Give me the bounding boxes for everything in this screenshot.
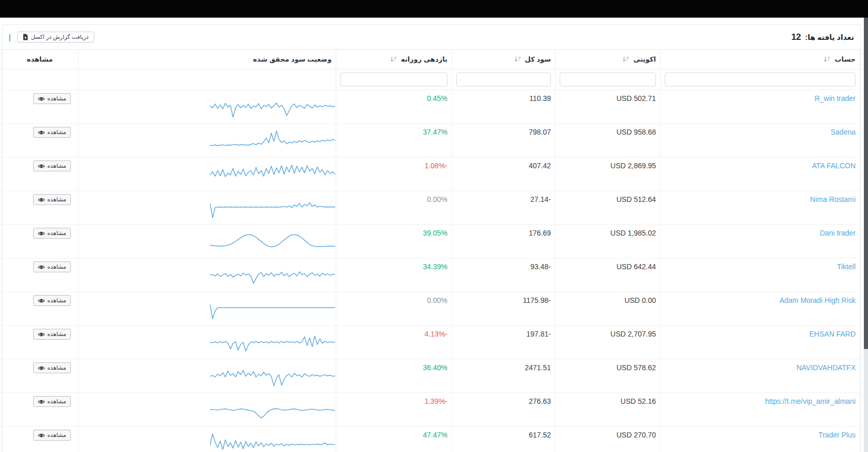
equity-cell: USD 1,985.02 bbox=[556, 225, 661, 258]
realized-profit-status-cell bbox=[79, 359, 336, 393]
daily-return-cell: 37.47% bbox=[336, 124, 452, 157]
equity-cell: USD 578.62 bbox=[556, 359, 661, 393]
view-cell: مشاهده bbox=[2, 124, 79, 157]
sparkline-chart bbox=[210, 196, 335, 220]
sparkline-chart bbox=[210, 229, 335, 253]
sparkline-chart bbox=[210, 330, 335, 354]
account-cell: NAVIDVAHDATFX bbox=[661, 359, 860, 393]
column-header-realized_profit_status: وضعیت سود محقق شده bbox=[79, 50, 336, 69]
view-button[interactable]: مشاهده bbox=[33, 396, 71, 407]
account-link[interactable]: ATA FALCON bbox=[812, 162, 856, 170]
account-cell: Sadena bbox=[661, 124, 860, 157]
column-label: مشاهده bbox=[27, 55, 53, 63]
view-button[interactable]: مشاهده bbox=[33, 127, 71, 138]
view-button[interactable]: مشاهده bbox=[33, 362, 71, 373]
top-black-bar bbox=[0, 0, 868, 18]
view-button[interactable]: مشاهده bbox=[33, 161, 71, 171]
daily-return-value: 4.13%- bbox=[425, 330, 447, 338]
account-link[interactable]: R_win trader bbox=[815, 94, 856, 103]
daily-return-value: 39.05% bbox=[423, 229, 447, 237]
filter-cell-daily_return bbox=[336, 69, 452, 90]
view-cell: مشاهده bbox=[2, 225, 79, 258]
view-cell: مشاهده bbox=[2, 258, 79, 292]
filter-cell-realized_profit_status bbox=[79, 69, 336, 90]
eye-icon bbox=[38, 130, 45, 135]
eye-icon bbox=[38, 197, 45, 202]
equity-value: USD 2,869.95 bbox=[610, 162, 656, 170]
daily-return-value: 47.47% bbox=[423, 431, 447, 439]
daily-return-value: 0.00% bbox=[427, 195, 447, 203]
filter-cell-equity bbox=[556, 69, 661, 90]
view-button[interactable]: مشاهده bbox=[33, 295, 71, 306]
view-button[interactable]: مشاهده bbox=[33, 194, 71, 205]
account-link[interactable]: Dani trader bbox=[820, 229, 856, 237]
account-link[interactable]: Nima Rostami bbox=[810, 195, 856, 203]
equity-cell: USD 0.00 bbox=[556, 292, 661, 326]
view-button[interactable]: مشاهده bbox=[33, 430, 71, 441]
filter-input-daily_return[interactable] bbox=[340, 72, 447, 86]
view-cell: مشاهده bbox=[2, 393, 79, 427]
page: { "toolbar": { "results_label": "تعداد ی… bbox=[0, 0, 868, 452]
view-button-label: مشاهده bbox=[48, 230, 66, 237]
account-link[interactable]: Adam Moradi High Risk bbox=[780, 296, 856, 304]
total-profit-value: 197.81- bbox=[527, 330, 551, 338]
results-label: تعداد یافته ها: bbox=[805, 33, 854, 41]
daily-return-cell: 0.00% bbox=[336, 292, 452, 326]
filter-input-account[interactable] bbox=[665, 72, 856, 86]
realized-profit-status-cell bbox=[79, 326, 336, 359]
realized-profit-status-cell bbox=[79, 90, 336, 124]
equity-value: USD 502.71 bbox=[617, 94, 656, 103]
view-button-label: مشاهده bbox=[48, 364, 66, 371]
eye-icon bbox=[38, 231, 45, 236]
view-button-label: مشاهده bbox=[48, 398, 66, 405]
account-link[interactable]: NAVIDVAHDATFX bbox=[797, 363, 856, 372]
account-link[interactable]: Tiktell bbox=[837, 263, 856, 271]
view-cell: مشاهده bbox=[2, 427, 79, 452]
equity-cell: USD 958.68 bbox=[556, 124, 661, 157]
total-profit-cell: 276.63 bbox=[452, 393, 556, 427]
daily-return-cell: 4.13%- bbox=[336, 326, 452, 359]
daily-return-cell: 0.00% bbox=[336, 191, 452, 225]
results-card: تعداد یافته ها: 12 دریافت گزارش در اکسل … bbox=[2, 24, 861, 452]
column-header-account[interactable]: حساب bbox=[661, 50, 860, 69]
total-profit-value: 93.48- bbox=[530, 263, 551, 271]
view-button[interactable]: مشاهده bbox=[33, 329, 71, 340]
column-header-equity[interactable]: اکویتی bbox=[556, 50, 661, 69]
daily-return-value: 34.39% bbox=[423, 263, 447, 271]
realized-profit-status-cell bbox=[79, 292, 336, 326]
toolbar: تعداد یافته ها: 12 دریافت گزارش در اکسل … bbox=[3, 25, 860, 49]
view-button[interactable]: مشاهده bbox=[33, 228, 71, 239]
column-header-daily_return[interactable]: بازدهی روزانه bbox=[336, 50, 452, 69]
account-link[interactable]: Trader Plus bbox=[818, 431, 856, 439]
total-profit-cell: 27.14- bbox=[452, 191, 556, 225]
sparkline-chart bbox=[210, 162, 335, 186]
vertical-scrollbar-track[interactable] bbox=[864, 18, 868, 452]
view-button-label: مشاهده bbox=[48, 297, 66, 304]
export-excel-button[interactable]: دریافت گزارش در اکسل bbox=[17, 32, 95, 42]
table-row: Trader PlusUSD 270.70617.5247.47%مشاهده bbox=[2, 427, 860, 452]
account-link[interactable]: https://t.me/vip_amir_almani bbox=[765, 397, 856, 405]
equity-value: USD 0.00 bbox=[624, 296, 656, 304]
view-button-label: مشاهده bbox=[48, 129, 66, 136]
daily-return-cell: 0.45% bbox=[336, 90, 452, 124]
account-link[interactable]: EHSAN FARD bbox=[810, 330, 856, 338]
realized-profit-status-cell bbox=[79, 225, 336, 258]
total-profit-value: 276.63 bbox=[529, 397, 551, 405]
total-profit-value: 2471.51 bbox=[525, 363, 551, 372]
total-profit-value: 27.14- bbox=[530, 195, 551, 203]
filter-input-equity[interactable] bbox=[560, 72, 656, 86]
total-profit-cell: 93.48- bbox=[452, 258, 556, 292]
filter-input-total_profit[interactable] bbox=[456, 72, 551, 86]
account-cell: EHSAN FARD bbox=[661, 326, 860, 359]
equity-value: USD 270.70 bbox=[617, 431, 656, 439]
vertical-scrollbar-thumb[interactable] bbox=[864, 18, 868, 349]
column-header-total_profit[interactable]: سود کل bbox=[452, 50, 556, 69]
view-button[interactable]: مشاهده bbox=[33, 93, 71, 104]
equity-value: USD 1,985.02 bbox=[610, 229, 656, 237]
daily-return-cell: 39.05% bbox=[336, 225, 452, 258]
table-row: SadenaUSD 958.68798.0737.47%مشاهده bbox=[2, 124, 860, 157]
account-link[interactable]: Sadena bbox=[831, 128, 856, 136]
total-profit-cell: 798.07 bbox=[452, 124, 556, 157]
view-button[interactable]: مشاهده bbox=[33, 261, 71, 272]
account-cell: R_win trader bbox=[661, 90, 860, 124]
